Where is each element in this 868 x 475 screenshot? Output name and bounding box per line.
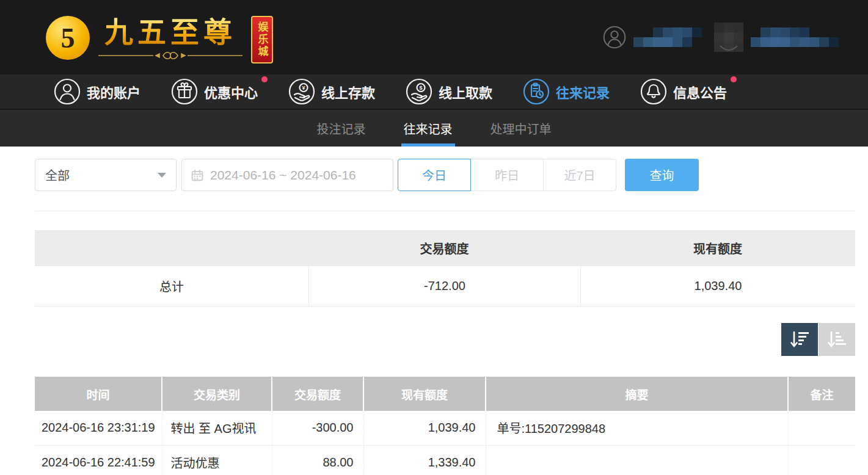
quick-range-yesterday[interactable]: 昨日: [470, 159, 544, 191]
notification-dot: [261, 76, 268, 82]
user-balance-group[interactable]: [714, 23, 839, 52]
summary-balance-value: 1,039.40: [580, 266, 855, 306]
deposit-icon: ¥: [288, 78, 315, 105]
summary-tx-total-value: -712.00: [308, 266, 580, 306]
cell-amount: -300.00: [272, 411, 363, 445]
tab-transaction-records[interactable]: 往来记录: [401, 110, 455, 147]
record-tabs: 投注记录 往来记录 处理中订单: [0, 110, 868, 147]
col-header-summary: 摘要: [486, 377, 788, 411]
brand-logo[interactable]: 5 九五至尊 娱乐城: [46, 11, 273, 63]
nav-item-my-account[interactable]: 我的账户: [54, 78, 140, 105]
summary-header-empty: [35, 230, 308, 266]
cell-note: [788, 411, 855, 445]
cell-time: 2024-06-16 23:31:19: [35, 411, 162, 445]
announcement-bell-icon: [640, 78, 667, 105]
nav-label: 信息公告: [673, 82, 727, 101]
date-range-value: 2024-06-16 ~ 2024-06-16: [210, 168, 356, 183]
nav-label: 我的账户: [87, 82, 140, 101]
cell-summary: 单号:115207299848: [486, 411, 788, 445]
col-header-type: 交易类别: [162, 377, 272, 411]
section-divider: [35, 211, 855, 211]
cell-amount: 88.00: [272, 445, 363, 475]
logo-flourish-icon: [97, 50, 244, 61]
sort-descending-icon: [789, 330, 810, 349]
date-range-input[interactable]: 2024-06-16 ~ 2024-06-16: [181, 159, 393, 191]
brand-badge: 娱乐城: [251, 16, 273, 63]
records-icon: [523, 78, 550, 105]
brand-logo-mark-icon: 5: [46, 16, 90, 60]
table-header-row: 时间 交易类别 交易额度 现有额度 摘要 备注: [35, 377, 855, 411]
cell-type: 转出 至 AG视讯: [162, 411, 272, 445]
transactions-table: 时间 交易类别 交易额度 现有额度 摘要 备注 2024-06-16 23:31…: [35, 377, 855, 475]
chevron-down-icon: [158, 173, 166, 178]
svg-text:$: $: [420, 85, 423, 91]
cell-time: 2024-06-16 22:41:59: [35, 445, 162, 475]
search-button[interactable]: 查询: [625, 159, 699, 191]
sort-controls: [35, 323, 855, 356]
summary-header-tx-amount: 交易额度: [308, 230, 580, 266]
summary-total-label: 总计: [35, 266, 308, 306]
nav-label: 线上存款: [321, 82, 375, 101]
user-avatar-icon: [603, 26, 626, 49]
main-content: 全部 2024-06-16 ~ 2024-06-16 今日 昨日 近7日: [0, 147, 868, 475]
table-row: 2024-06-16 22:41:59 活动优惠 88.00 1,339.40: [35, 445, 855, 475]
redacted-balance: [751, 27, 839, 47]
quick-range-group: 今日 昨日 近7日: [398, 159, 616, 191]
summary-header-balance: 现有额度: [580, 230, 855, 266]
quick-range-today[interactable]: 今日: [398, 159, 471, 191]
notification-dot: [731, 76, 737, 82]
cell-summary: [486, 445, 788, 475]
sort-descending-button[interactable]: [781, 323, 818, 356]
cell-type: 活动优惠: [162, 445, 272, 475]
header-user-area: [603, 23, 839, 52]
nav-item-announcements[interactable]: 信息公告: [640, 78, 727, 105]
quick-range-last7days[interactable]: 近7日: [543, 159, 616, 191]
svg-text:¥: ¥: [302, 85, 305, 91]
nav-item-transaction-records[interactable]: 往来记录: [523, 78, 610, 105]
col-header-balance: 现有额度: [363, 377, 486, 411]
nav-label: 往来记录: [556, 82, 610, 101]
summary-table: 交易额度 现有额度 总计 -712.00 1,039.40: [35, 230, 855, 306]
nav-item-deposit[interactable]: ¥ 线上存款: [288, 78, 375, 105]
gift-icon: [171, 78, 198, 105]
type-select[interactable]: 全部: [35, 159, 177, 191]
withdraw-icon: $: [406, 78, 432, 105]
table-row: 2024-06-16 23:31:19 转出 至 AG视讯 -300.00 1,…: [35, 411, 855, 445]
top-header: 5 九五至尊 娱乐城: [0, 0, 868, 74]
sort-ascending-button[interactable]: [819, 323, 855, 356]
cell-note: [788, 445, 855, 475]
cell-balance: 1,339.40: [363, 445, 486, 475]
nav-label: 线上取款: [439, 82, 492, 101]
user-icon: [54, 78, 81, 105]
col-header-time: 时间: [35, 377, 162, 411]
cell-balance: 1,039.40: [363, 411, 486, 445]
tab-pending-orders[interactable]: 处理中订单: [488, 110, 554, 147]
user-account-group[interactable]: [603, 26, 702, 49]
brand-name: 九五至尊: [104, 17, 236, 49]
calendar-icon: [191, 169, 204, 182]
redacted-username: [633, 27, 702, 47]
filter-bar: 全部 2024-06-16 ~ 2024-06-16 今日 昨日 近7日: [35, 159, 855, 191]
sort-ascending-icon: [826, 330, 847, 349]
main-nav: 我的账户 优惠中心 ¥ 线上存款 $ 线上取: [0, 74, 868, 110]
redacted-badge-icon: [714, 23, 743, 52]
col-header-note: 备注: [788, 377, 855, 411]
nav-label: 优惠中心: [204, 82, 258, 101]
col-header-amount: 交易额度: [272, 377, 363, 411]
nav-item-withdraw[interactable]: $ 线上取款: [406, 78, 492, 105]
tab-betting-records[interactable]: 投注记录: [315, 110, 368, 147]
type-select-value: 全部: [45, 166, 70, 184]
nav-item-promotions[interactable]: 优惠中心: [171, 78, 258, 105]
